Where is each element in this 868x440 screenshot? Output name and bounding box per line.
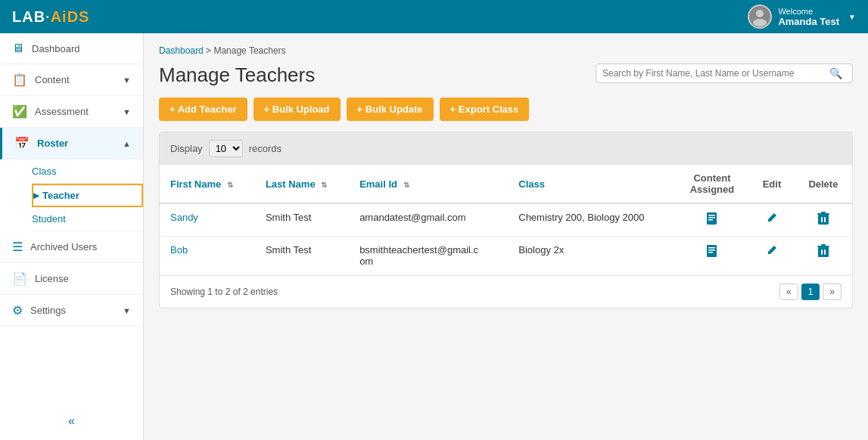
display-label: Display <box>170 143 203 154</box>
chevron-down-icon: ▼ <box>123 306 131 315</box>
edit-icon[interactable] <box>766 246 778 259</box>
roster-icon: 📅 <box>14 136 30 150</box>
cell-content-assigned[interactable] <box>675 237 749 275</box>
breadcrumb-dashboard[interactable]: Dashboard <box>159 45 204 56</box>
sidebar-item-license[interactable]: 📄 License <box>0 263 143 295</box>
bulk-update-button[interactable]: + Bulk Update <box>347 98 434 121</box>
edit-icon[interactable] <box>766 213 778 226</box>
sidebar-item-assessment[interactable]: ✅ Assessment ▼ <box>0 96 143 128</box>
sidebar-item-settings[interactable]: ⚙ Settings ▼ <box>0 295 143 327</box>
col-class: Class <box>508 165 675 203</box>
cell-email: amandatest@gmail.com <box>349 203 508 237</box>
sidebar: 🖥 Dashboard 📋 Content ▼ ✅ Assessment ▼ 📅… <box>0 33 144 440</box>
table-footer: Showing 1 to 2 of 2 entries « 1 » <box>160 275 852 308</box>
user-info: Welcome Amanda Test <box>778 7 839 27</box>
cell-content-assigned[interactable] <box>675 203 749 237</box>
sidebar-item-roster[interactable]: 📅 Roster ▲ <box>0 128 143 160</box>
cell-first-name: Sandy <box>160 203 255 237</box>
search-bar[interactable]: 🔍 <box>596 64 853 83</box>
settings-icon: ⚙ <box>12 303 23 318</box>
cell-delete[interactable] <box>795 203 852 237</box>
sidebar-item-archived-users[interactable]: ☰ Archived Users <box>0 231 143 263</box>
cell-delete[interactable] <box>795 237 852 275</box>
export-class-button[interactable]: + Export Class <box>440 98 530 121</box>
pagination: « 1 » <box>779 284 842 300</box>
sidebar-item-dashboard[interactable]: 🖥 Dashboard <box>0 33 143 64</box>
main-content: Dashboard > Manage Teachers 🔍 Manage Tea… <box>144 33 868 440</box>
col-delete: Delete <box>795 165 852 203</box>
cell-class: Biology 2x <box>508 237 675 275</box>
avatar <box>748 5 772 29</box>
col-label: Last Name <box>266 178 316 190</box>
col-content-assigned: ContentAssigned <box>675 165 749 203</box>
svg-rect-17 <box>821 249 823 255</box>
user-menu[interactable]: Welcome Amanda Test ▼ <box>748 5 856 29</box>
delete-icon[interactable] <box>817 247 829 260</box>
table-row: Bob Smith Test bsmithteachertest@gmail.c… <box>160 237 852 275</box>
cell-edit[interactable] <box>749 237 795 275</box>
col-label: Delete <box>808 178 838 190</box>
pagination-page-1[interactable]: 1 <box>801 284 820 300</box>
breadcrumb: Dashboard > Manage Teachers <box>159 45 853 56</box>
showing-entries-text: Showing 1 to 2 of 2 entries <box>170 287 278 297</box>
records-per-page-select[interactable]: 10 25 50 <box>209 140 243 157</box>
teachers-table: First Name ⇅ Last Name ⇅ Email Id ⇅ Cl <box>160 165 852 275</box>
teacher-label: Teacher <box>42 190 79 201</box>
col-email[interactable]: Email Id ⇅ <box>349 165 508 203</box>
license-icon: 📄 <box>12 271 27 286</box>
svg-point-1 <box>756 10 764 17</box>
svg-rect-12 <box>707 245 717 257</box>
svg-rect-3 <box>707 212 717 225</box>
svg-rect-9 <box>824 217 826 222</box>
sidebar-label: Assessment <box>35 106 115 117</box>
breadcrumb-current: Manage Teachers <box>213 45 285 56</box>
table-header-row: First Name ⇅ Last Name ⇅ Email Id ⇅ Cl <box>160 165 852 203</box>
svg-rect-5 <box>708 217 715 218</box>
col-first-name[interactable]: First Name ⇅ <box>160 165 255 203</box>
svg-rect-14 <box>708 249 715 251</box>
svg-rect-11 <box>821 212 826 213</box>
svg-rect-16 <box>818 247 829 257</box>
breadcrumb-separator: > <box>206 45 213 56</box>
sidebar-label: Roster <box>37 138 115 149</box>
add-teacher-button[interactable]: + Add Teacher <box>159 98 247 121</box>
user-name: Amanda Test <box>778 16 839 27</box>
sidebar-item-content[interactable]: 📋 Content ▼ <box>0 64 143 96</box>
app-header: LAB·AiDS Welcome Amanda Test ▼ <box>0 0 868 33</box>
svg-rect-4 <box>708 215 715 216</box>
svg-rect-18 <box>824 249 826 255</box>
chevron-down-icon: ▼ <box>123 107 131 116</box>
roster-submenu: Class ▶ Teacher Student <box>0 160 143 231</box>
col-label: Edit <box>763 178 782 190</box>
class-label: Class <box>32 166 57 177</box>
bulk-upload-button[interactable]: + Bulk Upload <box>254 98 341 121</box>
sort-icon: ⇅ <box>321 181 327 189</box>
content-assigned-icon[interactable] <box>705 215 719 228</box>
chevron-up-icon: ▲ <box>123 139 131 148</box>
collapse-sidebar-button[interactable]: « <box>0 410 143 432</box>
search-input[interactable] <box>602 68 829 79</box>
cell-email: bsmithteachertest@gmail.com <box>349 237 508 275</box>
sidebar-item-class[interactable]: Class <box>32 160 143 184</box>
col-last-name[interactable]: Last Name ⇅ <box>255 165 349 203</box>
sidebar-label: Content <box>35 74 115 85</box>
col-label: Email Id <box>359 178 397 190</box>
pagination-next[interactable]: » <box>823 284 842 300</box>
col-label: Class <box>518 178 545 190</box>
sidebar-label: Dashboard <box>32 43 131 54</box>
sidebar-item-student[interactable]: Student <box>32 207 143 231</box>
cell-edit[interactable] <box>749 203 795 237</box>
delete-icon[interactable] <box>817 215 829 228</box>
teachers-table-wrap: Display 10 25 50 records First Name ⇅ <box>159 132 853 308</box>
cell-first-name: Bob <box>160 237 255 275</box>
col-label: ContentAssigned <box>690 172 735 195</box>
cell-last-name: Smith Test <box>255 237 349 275</box>
svg-rect-15 <box>708 252 713 253</box>
col-edit: Edit <box>749 165 795 203</box>
chevron-down-icon: ▼ <box>123 76 131 85</box>
pagination-prev[interactable]: « <box>779 284 798 300</box>
assessment-icon: ✅ <box>12 104 27 119</box>
sidebar-item-teacher[interactable]: ▶ Teacher <box>32 184 143 207</box>
table-row: Sandy Smith Test amandatest@gmail.com Ch… <box>160 203 852 237</box>
content-assigned-icon[interactable] <box>705 247 719 260</box>
